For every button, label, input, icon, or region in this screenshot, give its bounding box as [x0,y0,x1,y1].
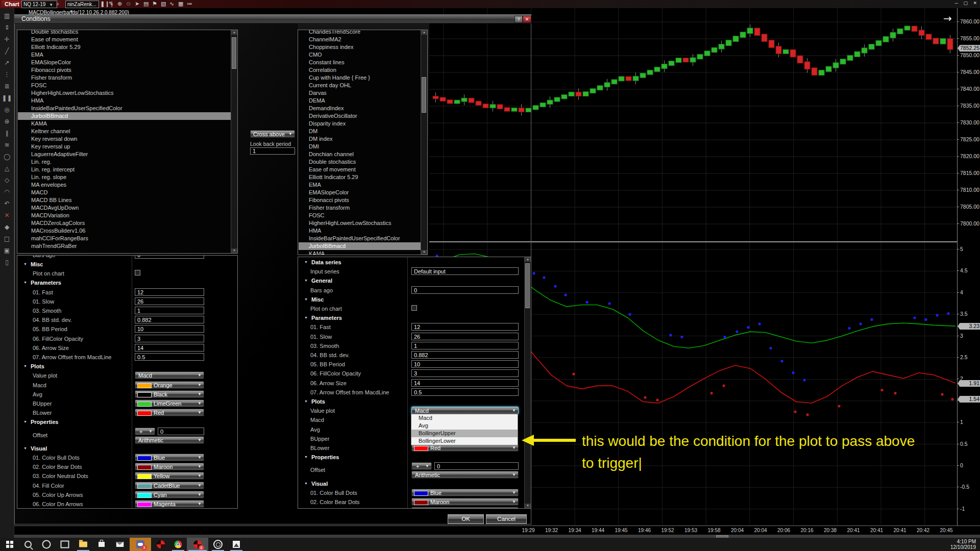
chrome-icon[interactable] [170,538,186,551]
list-item[interactable]: LaguerreAdaptiveFilter [18,151,231,158]
list-item[interactable]: HMA [18,97,231,105]
section-collapse-icon[interactable]: ▼ [23,281,27,284]
param-input[interactable]: 10 [135,325,204,333]
list-item[interactable]: MACDAvgUpDown [18,204,231,212]
param-input[interactable]: 12 [411,323,519,331]
value-dropdown[interactable]: Macd▼ [411,407,519,414]
dropdown-option[interactable]: Avg [411,422,518,430]
color-dropdown[interactable]: Blue▼ [135,454,204,461]
offset-mode-dropdown[interactable]: Arithmetic▼ [135,436,204,444]
second-indicator-list[interactable]: ChandesTrendScoreChannelMA2Choppiness in… [298,30,428,255]
dialog-titlebar[interactable]: Conditions [14,14,531,23]
offset-operator-dropdown[interactable]: +▼ [135,428,155,435]
section-collapse-icon[interactable]: ▼ [23,262,27,266]
list-item[interactable]: Correlation [299,66,421,74]
value-plot-open-dropdown[interactable]: MacdAvgBollingerUpperBollingerLower [411,414,518,445]
mail-icon[interactable] [112,538,128,551]
scroll-up-icon[interactable]: ▲ [525,257,531,262]
color-dropdown[interactable]: Yellow▼ [135,472,204,480]
scroll-down-icon[interactable]: ▼ [525,504,531,508]
taskbar-clock[interactable]: 4:10 PM 12/10/2019 [950,539,976,550]
list-item[interactable]: CMO [299,51,421,59]
list-item[interactable]: Ease of movement [299,166,421,173]
offset-operator-dropdown[interactable]: +▼ [411,462,432,470]
param-input[interactable]: 3 [135,335,204,342]
list-item[interactable]: EMASlopeColor [18,59,231,66]
color-dropdown[interactable]: Blue▼ [411,489,519,496]
cortana-icon[interactable] [39,538,54,551]
list-item[interactable]: Lin. reg. intercept [18,166,231,173]
param-input[interactable]: 0 [411,286,519,294]
section-collapse-icon[interactable]: ▼ [304,260,308,264]
list-item[interactable]: EMA [299,181,421,189]
scroll-down-icon[interactable]: ▼ [231,248,237,253]
list-item[interactable]: Fisher transform [18,74,231,82]
section-collapse-icon[interactable]: ▼ [304,482,308,485]
param-input[interactable]: 0.882 [135,316,204,323]
list-item[interactable]: KAMA [299,250,421,255]
offset-value-input[interactable]: 0 [158,428,204,435]
list-item[interactable]: KAMA [18,120,231,128]
panel-scrollbar[interactable]: ▲▼ [524,257,531,508]
param-input[interactable]: Default input [411,267,519,275]
section-collapse-icon[interactable]: ▼ [23,420,27,423]
first-indicator-list[interactable]: Double stochasticsEase of movementElliot… [17,30,238,254]
list-item[interactable]: DM index [299,135,421,143]
param-input[interactable]: 0 [135,256,204,259]
file-explorer-icon[interactable] [76,538,91,551]
ninjatrader-icon[interactable] [153,538,168,551]
list-scrollbar[interactable]: ▲▼ [421,30,427,255]
list-item[interactable]: mahCCIForRangeBars [18,235,231,242]
section-collapse-icon[interactable]: ▼ [23,364,27,368]
list-item[interactable]: InsideBarPaintedUserSpecifiedColor [299,235,421,242]
param-input[interactable]: 0.5 [135,353,204,361]
list-item[interactable]: Lin. reg. slope [18,173,231,181]
dropdown-option[interactable]: BollingerUpper [411,430,518,437]
list-item[interactable]: EMA [18,51,231,59]
list-item[interactable]: Lin. reg. [18,158,231,166]
param-input[interactable]: 10 [411,360,519,368]
list-item[interactable]: Darvas [299,89,421,97]
param-input[interactable]: 1 [135,307,204,314]
section-collapse-icon[interactable]: ▼ [304,279,308,282]
photos-icon[interactable] [229,538,244,551]
list-item[interactable]: MACDZeroLagColors [18,219,231,227]
section-collapse-icon[interactable]: ▼ [304,455,308,459]
condition-operator-dropdown[interactable]: Cross above ▼ [250,130,295,138]
color-dropdown[interactable]: Orange▼ [135,381,204,389]
param-input[interactable]: 3 [411,369,519,377]
search-icon[interactable] [20,538,36,551]
color-dropdown[interactable]: Black▼ [135,390,204,398]
checkbox[interactable] [135,270,140,276]
list-item[interactable]: DEMA [299,97,421,105]
list-scrollbar[interactable]: ▲▼ [231,30,237,253]
list-item[interactable]: JurboIBBmacd [299,242,421,250]
list-item[interactable]: Key reversal up [18,143,231,151]
list-item[interactable]: Fisher transform [299,204,421,212]
list-item[interactable]: DerivativeOscillator [299,112,421,120]
list-item[interactable]: Current day OHL [299,82,421,89]
list-item[interactable]: ChandesTrendScore [299,30,421,36]
list-item[interactable]: Key reversal down [18,135,231,143]
list-item[interactable]: DMI [299,143,421,151]
color-dropdown[interactable]: Yellow▼ [411,507,519,509]
param-input[interactable]: 1 [411,342,519,349]
scroll-up-icon[interactable]: ▲ [421,30,427,35]
list-item[interactable]: mahTrendGRaBer [18,242,231,250]
list-item[interactable]: MA envelopes [18,181,231,189]
list-item[interactable]: Constant lines [299,59,421,66]
help-button[interactable]: ? [514,16,523,23]
color-dropdown[interactable]: Magenta▼ [135,500,204,508]
list-item[interactable]: Choppiness index [299,43,421,51]
list-item[interactable]: MACD [18,189,231,196]
list-item[interactable]: EMASlopeColor [299,189,421,196]
list-item[interactable]: Fibonacci pivots [299,196,421,204]
list-item[interactable]: JurboIBBmacd [18,112,231,120]
section-collapse-icon[interactable]: ▼ [23,446,27,450]
ok-button[interactable]: OK [448,514,484,524]
task-view-icon[interactable] [57,538,72,551]
color-dropdown[interactable]: Red▼ [135,409,204,416]
param-input[interactable]: 26 [135,297,204,305]
list-item[interactable]: Double stochastics [18,30,231,36]
store-icon[interactable] [94,538,109,551]
